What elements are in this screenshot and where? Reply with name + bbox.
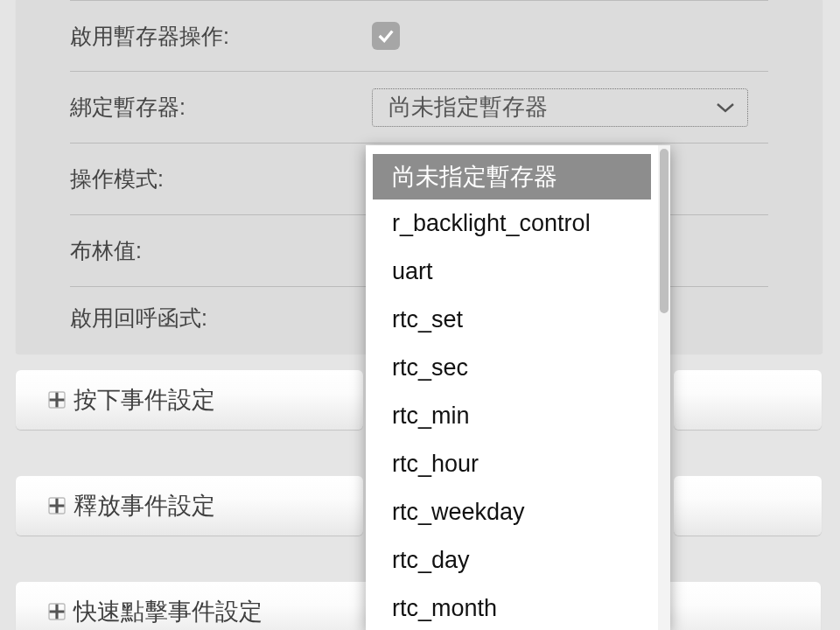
row-enable-register-ops: 啟用暫存器操作: [70,0,768,72]
list-item[interactable]: rtc_sec [366,344,658,392]
plus-icon [47,390,66,410]
list-item[interactable]: rtc_month [366,584,658,630]
label-enable-register-ops: 啟用暫存器操作: [70,22,372,51]
accordion-fastclick-label: 快速點擊事件設定 [74,596,262,627]
combo-bind-register[interactable]: 尚未指定暫存器 [372,88,748,127]
list-item[interactable]: rtc_set [366,296,658,344]
list-item[interactable]: rtc_weekday [366,488,658,536]
list-item[interactable]: rtc_min [366,392,658,440]
label-bind-register: 綁定暫存器: [70,93,372,122]
accordion-press-event-right[interactable] [674,370,822,430]
accordion-release-event[interactable]: 釋放事件設定 [16,476,363,536]
checkbox-enable-register-ops[interactable] [372,22,400,50]
list-item[interactable]: r_backlight_control [366,200,658,248]
scrollbar-thumb[interactable] [660,149,668,313]
chevron-down-icon [716,102,735,114]
label-operation-mode: 操作模式: [70,164,372,193]
plus-icon [47,496,66,515]
row-bind-register: 綁定暫存器: 尚未指定暫存器 [70,72,768,144]
label-enable-callback: 啟用回呼函式: [70,304,372,332]
list-item[interactable]: 尚未指定暫存器 [373,154,651,200]
combo-bind-register-text: 尚未指定暫存器 [388,92,548,122]
accordion-release-event-right[interactable] [674,476,822,536]
scrollbar[interactable] [658,145,670,630]
bind-register-options[interactable]: 尚未指定暫存器 r_backlight_control uart rtc_set… [366,145,658,630]
plus-icon [47,602,66,621]
label-boolean-value: 布林值: [70,236,372,265]
list-item[interactable]: rtc_hour [366,440,658,488]
list-item[interactable]: uart [366,248,658,296]
accordion-press-label: 按下事件設定 [74,384,215,416]
bind-register-listbox: 尚未指定暫存器 r_backlight_control uart rtc_set… [366,145,670,630]
accordion-press-event[interactable]: 按下事件設定 [16,370,363,430]
accordion-release-label: 釋放事件設定 [74,490,215,522]
list-item[interactable]: rtc_day [366,536,658,584]
